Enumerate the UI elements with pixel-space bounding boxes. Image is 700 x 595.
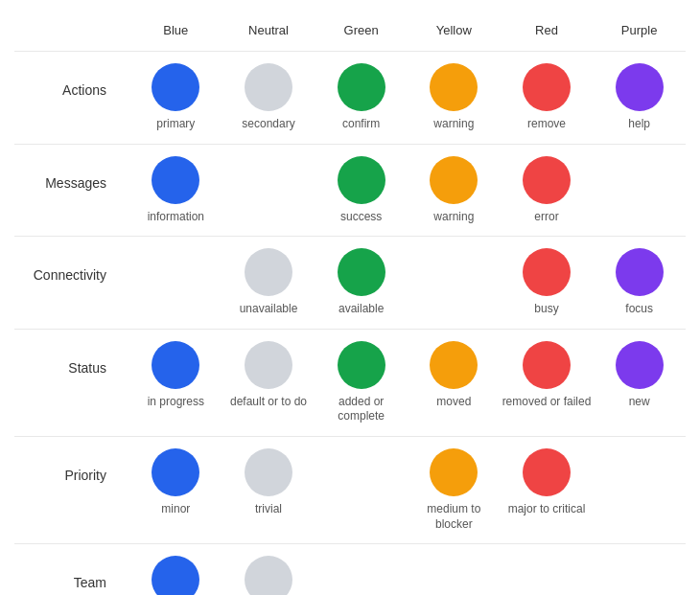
row-label-5: Team [14,556,129,590]
cell-1-3: warning [408,156,501,225]
cell-label-1-0: information [148,210,204,225]
dot-green-1-2 [338,156,385,204]
color-chart: BlueNeutralGreenYellowRedPurple Actionsp… [14,19,686,595]
cell-1-1 [222,156,315,204]
cell-1-5 [593,156,686,204]
cell-2-5: focus [593,248,686,317]
header-col-neutral: Neutral [222,19,315,41]
dot-yellow-1-3 [430,156,478,204]
cell-1-4: error [501,156,594,225]
dot-red-2-4 [523,248,571,296]
dot-red-0-4 [523,63,571,111]
dot-neutral-5-1 [245,556,292,595]
row-actions: Actionsprimarysecondaryconfirmwarningrem… [14,51,686,144]
cell-0-2: confirm [315,63,408,132]
cell-label-2-1: unavailable [240,302,298,317]
row-messages: Messagesinformationsuccesswarningerror [14,144,686,237]
empty-4-2 [338,448,385,496]
dot-neutral-2-1 [245,248,292,296]
row-label-1: Messages [14,156,129,191]
cell-label-4-1: trivial [255,502,282,517]
dot-yellow-0-3 [430,63,478,111]
cell-label-4-3: medium to blocker [408,502,501,532]
cell-1-0: information [129,156,222,225]
dot-green-0-2 [338,63,385,111]
cell-3-0: in progress [129,341,222,410]
cell-label-3-4: removed or failed [502,395,592,410]
cell-5-0: me [129,556,222,595]
cell-label-1-3: warning [433,210,474,225]
cell-3-1: default or to do [222,341,315,410]
empty-4-5 [616,448,664,496]
cell-5-1: others [222,556,315,595]
dot-blue-4-0 [152,448,199,496]
dot-purple-2-5 [616,248,664,296]
cell-label-0-5: help [628,117,650,132]
dot-purple-3-5 [616,341,664,389]
cell-0-0: primary [129,63,222,132]
empty-1-5 [616,156,664,204]
dot-green-3-2 [338,341,385,389]
header-col-purple: Purple [593,19,686,41]
cell-label-0-4: remove [527,117,566,132]
dot-yellow-4-3 [430,448,478,496]
dot-red-4-4 [523,448,571,496]
dot-neutral-3-1 [245,341,292,389]
cell-label-2-5: focus [625,302,653,317]
header-col-green: Green [315,19,408,41]
cell-label-3-0: in progress [148,395,204,410]
dot-blue-1-0 [152,156,199,204]
dot-blue-0-0 [152,63,199,111]
header-row: BlueNeutralGreenYellowRedPurple [14,19,686,41]
row-label-4: Priority [14,448,129,483]
header-col-blue: Blue [129,19,222,41]
cell-3-2: added or complete [315,341,408,424]
cell-5-5 [593,556,686,595]
dot-red-1-4 [523,156,571,204]
cell-label-4-4: major to critical [508,502,586,517]
row-connectivity: Connectivityunavailableavailablebusyfocu… [14,236,686,329]
empty-5-2 [338,556,385,595]
cell-label-3-2: added or complete [315,395,408,424]
cell-4-2 [315,448,408,496]
empty-5-5 [616,556,664,595]
empty-1-1 [245,156,292,204]
row-label-header [14,19,129,41]
cell-label-1-2: success [340,210,382,225]
empty-2-0 [152,248,199,296]
dot-blue-5-0 [152,556,199,595]
cell-2-1: unavailable [222,248,315,317]
cell-0-3: warning [408,63,501,132]
dot-neutral-4-1 [245,448,292,496]
cell-0-5: help [593,63,686,132]
header-col-yellow: Yellow [408,19,501,41]
cell-2-0 [129,248,222,296]
dot-neutral-0-1 [245,63,292,111]
row-label-3: Status [14,341,129,376]
cell-3-5: new [593,341,686,410]
cell-label-1-4: error [534,210,558,225]
cell-3-4: removed or failed [501,341,594,410]
empty-5-3 [430,556,478,595]
row-label-2: Connectivity [14,248,129,283]
cell-label-2-2: available [338,302,384,317]
row-team: Teammeothers [14,543,686,595]
row-priority: Priorityminortrivialmedium to blockermaj… [14,436,686,543]
cell-0-1: secondary [222,63,315,132]
cell-4-3: medium to blocker [408,448,501,532]
cell-2-4: busy [501,248,594,317]
empty-5-4 [523,556,571,595]
cell-label-0-0: primary [156,117,195,132]
cell-4-1: trivial [222,448,315,517]
dot-green-2-2 [338,248,385,296]
cell-0-4: remove [501,63,594,132]
cell-5-4 [501,556,594,595]
cell-4-5 [593,448,686,496]
cell-label-0-2: confirm [342,117,380,132]
cell-4-0: minor [129,448,222,517]
cell-3-3: moved [408,341,501,410]
cell-1-2: success [315,156,408,225]
cell-label-3-1: default or to do [230,395,307,410]
cell-label-2-4: busy [534,302,558,317]
cell-2-2: available [315,248,408,317]
